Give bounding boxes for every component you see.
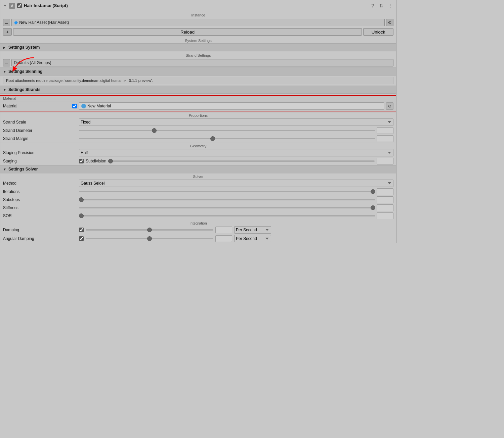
method-label: Method (3, 181, 77, 186)
iterations-slider-container: 100 (79, 188, 393, 195)
damping-value[interactable]: 0.5 (215, 227, 232, 233)
strand-margin-slider-container: 8.1 (79, 135, 393, 142)
angular-damping-content: 0.5 Per Second Per Frame (79, 235, 393, 242)
instance-section-label: Instance (0, 11, 396, 18)
defaults-dots-button[interactable]: ... (3, 59, 10, 66)
material-value-row: Material New Material ⊙ (0, 101, 396, 111)
sor-slider[interactable] (79, 215, 375, 216)
integration-label: Integration (0, 220, 396, 226)
settings-solver-title: Settings Solver (8, 167, 38, 172)
material-field-label: Material (3, 104, 70, 108)
asset-icon: 🔷 (14, 21, 18, 25)
angular-damping-row: Angular Damping 0.5 Per Second Per Frame (0, 234, 396, 243)
material-checkbox[interactable] (72, 104, 77, 108)
unlock-button[interactable]: Unlock (363, 28, 393, 36)
damping-slider[interactable] (86, 229, 213, 231)
strand-diameter-slider-container: 1.6 (79, 127, 393, 134)
damping-content: 0.5 Per Second Per Frame (79, 226, 393, 234)
angular-damping-value[interactable]: 0.5 (215, 235, 232, 242)
strand-diameter-slider[interactable] (79, 130, 375, 131)
geometry-label: Geometry (0, 143, 396, 148)
material-asset-icon (81, 104, 86, 108)
enabled-checkbox[interactable] (17, 3, 22, 8)
angular-damping-label: Angular Damping (3, 236, 77, 241)
header-icons: ? ⇅ ⋮ (369, 2, 393, 9)
substeps-slider[interactable] (79, 199, 375, 200)
settings-strands-header[interactable]: ▼ Settings Strands (0, 86, 396, 94)
strand-scale-dropdown[interactable]: Fixed Proportional (79, 118, 393, 126)
angular-damping-per-second-dropdown[interactable]: Per Second Per Frame (234, 235, 271, 242)
damping-per-second-dropdown[interactable]: Per Second Per Frame (234, 226, 271, 234)
subdivision-slider[interactable] (108, 160, 375, 162)
damping-label: Damping (3, 228, 77, 232)
staging-precision-row: Staging Precision Half Full (0, 148, 396, 157)
plus-button[interactable]: + (3, 28, 12, 36)
header-title: Hair Instance (Script) (24, 3, 367, 8)
pick-asset-button[interactable]: ⊙ (386, 19, 393, 26)
help-button[interactable]: ? (369, 2, 376, 9)
strand-margin-row: Strand Margin 8.1 (0, 135, 396, 143)
stiffness-value[interactable]: 1 (377, 204, 393, 211)
iterations-label: Iterations (3, 189, 77, 194)
hash-icon: # (9, 3, 15, 9)
substeps-slider-container: 1 (79, 196, 393, 203)
damping-row: Damping 0.5 Per Second Per Frame (0, 226, 396, 234)
staging-precision-dropdown[interactable]: Half Full (79, 149, 393, 156)
settings-skinning-title: Settings Skinning (8, 69, 42, 74)
material-section-label: Material (0, 96, 396, 101)
stiffness-label: Stiffness (3, 205, 77, 210)
strand-margin-value[interactable]: 8.1 (377, 135, 393, 142)
collapse-arrow-icon: ▶ (3, 46, 7, 49)
staging-row: Staging Subdivision 0 (0, 157, 396, 165)
reload-button[interactable]: Reload (13, 28, 362, 36)
settings-strands-title: Settings Strands (8, 87, 40, 92)
asset-value: New Hair Asset (Hair Asset) (19, 20, 69, 25)
strand-margin-slider[interactable] (79, 138, 375, 139)
angular-damping-slider[interactable] (86, 238, 213, 239)
asset-field: 🔷 New Hair Asset (Hair Asset) (11, 19, 385, 26)
triangle-icon: ▼ (3, 4, 7, 8)
reload-row: + Reload Unlock (0, 27, 396, 37)
proportions-label: Proportions (0, 112, 396, 118)
staging-label: Staging (3, 159, 77, 163)
strand-diameter-label: Strand Diameter (3, 128, 77, 133)
strand-scale-row: Strand Scale Fixed Proportional (0, 118, 396, 127)
sor-value[interactable]: 1 (377, 212, 393, 219)
subdivision-value[interactable]: 0 (377, 158, 393, 164)
sor-row: SOR 1 (0, 212, 396, 220)
settings-skinning-header[interactable]: ▼ Settings Skinning (0, 67, 396, 76)
material-pick-button[interactable]: ⊙ (386, 102, 393, 110)
inspector-panel: ▼ # Hair Instance (Script) ? ⇅ ⋮ Instanc… (0, 0, 396, 243)
defaults-row: ... Defaults (All Groups) (0, 58, 396, 67)
material-asset-value: New Material (87, 104, 111, 108)
settings-system-header[interactable]: ▶ Settings System (0, 43, 396, 51)
menu-button[interactable]: ⋮ (387, 2, 393, 9)
staging-precision-label: Staging Precision (3, 150, 77, 155)
stiffness-row: Stiffness 1 (0, 204, 396, 212)
staging-content: Subdivision 0 (79, 158, 393, 164)
settings-system-title: Settings System (8, 45, 40, 50)
dots-button[interactable]: ... (3, 19, 10, 26)
angular-damping-checkbox[interactable] (79, 236, 84, 241)
strands-arrow-icon: ▼ (3, 88, 7, 92)
system-settings-label: System Settings (0, 37, 396, 43)
iterations-slider[interactable] (79, 191, 375, 192)
iterations-value[interactable]: 100 (377, 188, 393, 195)
skinning-info-message: Root attachments require package: 'com.u… (3, 77, 393, 84)
material-section: Material Material New Material ⊙ (0, 95, 396, 111)
settings-button[interactable]: ⇅ (378, 2, 385, 9)
staging-checkbox[interactable] (79, 159, 84, 163)
strand-diameter-row: Strand Diameter 1.6 (0, 127, 396, 135)
defaults-value: Defaults (All Groups) (14, 60, 51, 65)
header-bar: ▼ # Hair Instance (Script) ? ⇅ ⋮ (0, 0, 396, 11)
stiffness-slider-container: 1 (79, 204, 393, 211)
settings-solver-header[interactable]: ▼ Settings Solver (0, 165, 396, 173)
defaults-field: Defaults (All Groups) (11, 59, 393, 66)
sor-slider-container: 1 (79, 212, 393, 219)
damping-checkbox[interactable] (79, 228, 84, 232)
stiffness-slider[interactable] (79, 207, 375, 208)
substeps-value[interactable]: 1 (377, 196, 393, 203)
subdivision-label: Subdivision (86, 159, 106, 163)
method-dropdown[interactable]: Gauss Seidel Jacobi SOR (79, 180, 393, 187)
strand-diameter-value[interactable]: 1.6 (377, 127, 393, 134)
